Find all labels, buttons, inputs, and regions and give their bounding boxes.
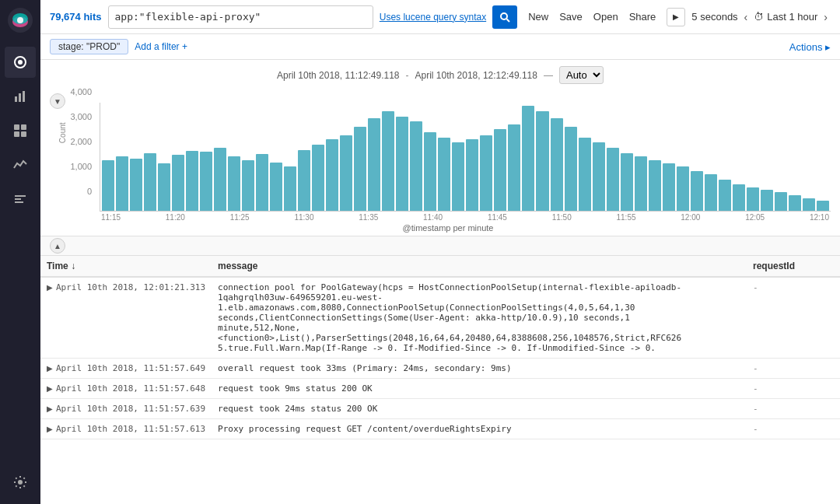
table-expand-button[interactable]: ▲ bbox=[50, 238, 65, 254]
chart-bar[interactable] bbox=[396, 117, 408, 212]
chart-bar[interactable] bbox=[452, 142, 464, 211]
col-header-time[interactable]: Time ↓ bbox=[40, 256, 212, 277]
chart-bar[interactable] bbox=[593, 142, 605, 211]
chart-bar[interactable] bbox=[424, 132, 436, 211]
app-logo[interactable] bbox=[6, 6, 34, 34]
chart-bar[interactable] bbox=[761, 190, 773, 211]
row-expand-button[interactable]: ▶ bbox=[47, 404, 56, 413]
chart-bar[interactable] bbox=[803, 198, 815, 211]
chart-bar[interactable] bbox=[789, 195, 801, 211]
chart-expand-button[interactable]: ▼ bbox=[50, 93, 65, 109]
sidebar-item-visualize[interactable] bbox=[5, 81, 36, 112]
sidebar-item-dashboard[interactable] bbox=[5, 115, 36, 146]
chart-bar[interactable] bbox=[368, 118, 380, 211]
row-expand-button[interactable]: ▶ bbox=[47, 364, 56, 373]
chart-bar[interactable] bbox=[256, 154, 268, 211]
chart-bar[interactable] bbox=[536, 111, 548, 211]
chart-bar[interactable] bbox=[438, 138, 450, 212]
sidebar-item-management[interactable] bbox=[5, 467, 36, 498]
chart-bar[interactable] bbox=[158, 163, 170, 211]
chart-bar[interactable] bbox=[817, 201, 829, 212]
chart-bar[interactable] bbox=[102, 160, 114, 211]
chart-bar[interactable] bbox=[508, 124, 520, 211]
chart-bar[interactable] bbox=[382, 111, 394, 211]
chart-x-label: 11:15 bbox=[101, 213, 121, 222]
chart-bar[interactable] bbox=[607, 148, 619, 211]
chart-bar[interactable] bbox=[719, 180, 731, 212]
chart-bar[interactable] bbox=[214, 148, 226, 211]
chart-x-axis-label: @timestamp per minute bbox=[65, 223, 831, 233]
chart-bar[interactable] bbox=[326, 139, 338, 211]
chart-bar[interactable] bbox=[747, 187, 759, 211]
svg-point-3 bbox=[17, 17, 23, 23]
chart-bar[interactable] bbox=[284, 166, 296, 211]
chart-bar[interactable] bbox=[172, 155, 184, 211]
add-filter-button[interactable]: Add a filter + bbox=[135, 41, 187, 52]
time-next-button[interactable]: › bbox=[821, 9, 831, 25]
chart-bar[interactable] bbox=[410, 121, 422, 211]
table-row: ▶April 10th 2018, 11:51:57.648request to… bbox=[40, 379, 840, 399]
chart-bar[interactable] bbox=[522, 106, 534, 211]
chart-bar[interactable] bbox=[354, 127, 366, 211]
search-button[interactable] bbox=[492, 5, 517, 29]
log-message: connection pool for PoolGateway(hcps = H… bbox=[212, 277, 747, 359]
main-content: 79,674 hits Uses lucene query syntax New… bbox=[40, 0, 840, 504]
last-hour-label: Last 1 hour bbox=[767, 11, 817, 23]
chart-bar[interactable] bbox=[621, 153, 633, 211]
svg-rect-11 bbox=[14, 131, 19, 137]
log-requestid: - bbox=[747, 359, 840, 379]
chart-bar[interactable] bbox=[130, 159, 142, 212]
chart-bar[interactable] bbox=[494, 129, 506, 211]
chart-bar[interactable] bbox=[705, 174, 717, 211]
chart-header: April 10th 2018, 11:12:49.118 - April 10… bbox=[50, 66, 831, 84]
chart-bar[interactable] bbox=[116, 156, 128, 211]
lucene-hint[interactable]: Uses lucene query syntax bbox=[380, 12, 486, 23]
time-prev-button[interactable]: ‹ bbox=[741, 9, 751, 25]
hits-number: 79,674 bbox=[50, 11, 81, 23]
row-expand-button[interactable]: ▶ bbox=[47, 283, 56, 292]
share-button[interactable]: Share bbox=[625, 9, 661, 24]
chart-bar[interactable] bbox=[565, 127, 577, 211]
sidebar-item-discover[interactable] bbox=[5, 47, 36, 78]
actions-button[interactable]: Actions ▸ bbox=[789, 41, 831, 53]
chart-bar[interactable] bbox=[312, 145, 324, 211]
row-expand-button[interactable]: ▶ bbox=[47, 425, 56, 433]
play-button[interactable]: ▶ bbox=[667, 8, 685, 26]
chart-bars[interactable] bbox=[100, 103, 831, 212]
chart-bar[interactable] bbox=[340, 135, 352, 211]
sidebar-item-devtools[interactable] bbox=[5, 184, 36, 215]
chart-bar[interactable] bbox=[663, 163, 675, 211]
svg-line-15 bbox=[507, 19, 510, 22]
chart-bar[interactable] bbox=[551, 118, 563, 211]
chart-bar[interactable] bbox=[691, 171, 703, 211]
chart-x-label: 11:20 bbox=[166, 213, 185, 222]
chart-bar[interactable] bbox=[298, 150, 310, 211]
chart-bar[interactable] bbox=[677, 166, 689, 211]
chart-bar[interactable] bbox=[186, 151, 198, 211]
chart-bar[interactable] bbox=[466, 139, 478, 211]
chart-bar[interactable] bbox=[635, 156, 647, 211]
save-button[interactable]: Save bbox=[555, 9, 587, 24]
auto-interval-select[interactable]: Auto 1s 5s 10s 30s 1m 5m bbox=[559, 66, 604, 84]
chart-bar[interactable] bbox=[649, 160, 661, 211]
chart-bar[interactable] bbox=[270, 163, 282, 211]
filter-tag-prod[interactable]: stage: "PROD" bbox=[50, 39, 128, 54]
chart-bar[interactable] bbox=[228, 156, 240, 211]
chart-bar[interactable] bbox=[733, 184, 745, 211]
chart-bar[interactable] bbox=[579, 138, 591, 212]
interval-label: 5 seconds bbox=[691, 11, 737, 23]
chart-x-labels: 11:1511:2011:2511:3011:3511:4011:4511:50… bbox=[100, 212, 831, 223]
chart-bar[interactable] bbox=[242, 160, 254, 211]
hits-count: 79,674 hits bbox=[50, 11, 102, 23]
chart-bar[interactable] bbox=[480, 135, 492, 211]
new-button[interactable]: New bbox=[523, 9, 553, 24]
chart-bar[interactable] bbox=[144, 153, 156, 211]
row-expand-button[interactable]: ▶ bbox=[47, 384, 56, 393]
filter-bar: stage: "PROD" Add a filter + Actions ▸ bbox=[40, 34, 840, 60]
open-button[interactable]: Open bbox=[589, 9, 623, 24]
chart-bar[interactable] bbox=[775, 192, 787, 211]
search-input[interactable] bbox=[108, 5, 373, 29]
y-axis-label: Count bbox=[58, 122, 67, 143]
chart-bar[interactable] bbox=[200, 152, 212, 211]
sidebar-item-timelion[interactable] bbox=[5, 149, 36, 180]
